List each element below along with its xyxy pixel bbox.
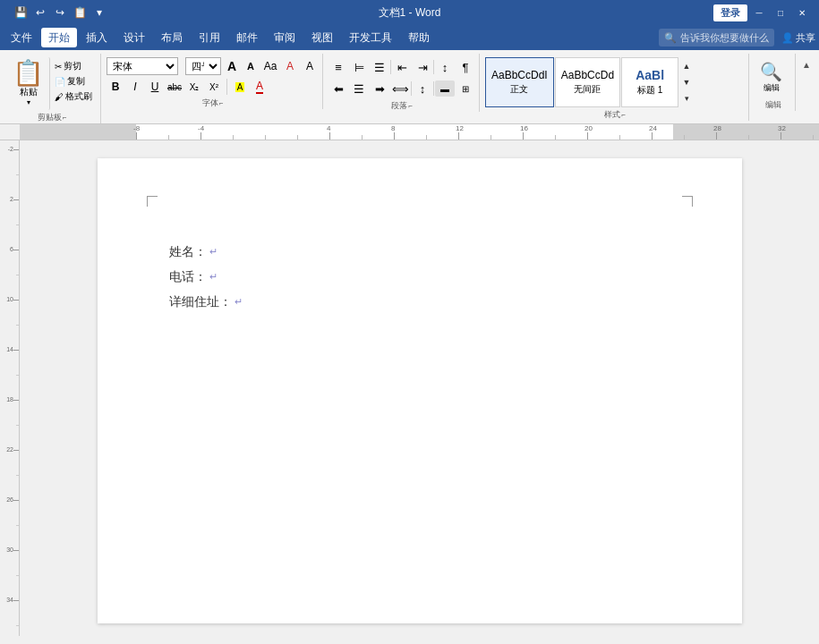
editing-group: 🔍 编辑 编辑 (751, 54, 796, 111)
para-sep3 (411, 81, 412, 96)
menu-insert[interactable]: 插入 (79, 28, 115, 47)
font-label: 字体 ⌐ (107, 96, 319, 109)
text-effect-button[interactable]: A (301, 57, 319, 75)
corner-top-right (682, 196, 693, 207)
page[interactable]: 姓名： ↵ 电话： ↵ 详细住址： ↵ (98, 158, 742, 623)
ruler-ticks: -8-44812162024283236404448 (20, 124, 819, 140)
login-button[interactable]: 登录 (713, 4, 747, 21)
border-button[interactable]: ⊞ (456, 79, 475, 98)
qat-redo-button[interactable]: ↪ (52, 4, 68, 21)
font-color-icon: A (256, 80, 263, 94)
increase-indent-button[interactable]: ⇥ (413, 57, 432, 77)
underline-button[interactable]: U (146, 78, 164, 96)
clear-format-button[interactable]: A (281, 57, 299, 75)
menu-view[interactable]: 视图 (304, 28, 340, 47)
share-button[interactable]: 👤 共享 (781, 31, 815, 45)
decrease-font-button[interactable]: A (242, 57, 260, 75)
cut-button[interactable]: ✂ 剪切 (52, 59, 95, 73)
menu-mail[interactable]: 邮件 (229, 28, 265, 47)
paragraph-group: ≡ ⊨ ☰ ⇤ ⇥ ↕ ¶ ⬅ ☰ (325, 54, 480, 112)
paste-label: 粘贴 (20, 86, 38, 98)
align-right-button[interactable]: ➡ (370, 79, 389, 98)
bold-button[interactable]: B (107, 78, 124, 96)
style-normal[interactable]: AaBbCcDdI 正文 (485, 57, 554, 107)
phone-line[interactable]: 电话： ↵ (169, 264, 670, 289)
styles-expand-icon[interactable]: ⌐ (621, 111, 626, 119)
menu-dev[interactable]: 开发工具 (342, 28, 399, 47)
justify-button[interactable]: ⟺ (390, 79, 410, 98)
ribbon-collapse-button[interactable]: ▲ (799, 57, 814, 72)
style-scroll-up[interactable]: ▲ (679, 58, 694, 74)
subscript-button[interactable]: X₂ (185, 78, 203, 96)
para-expand-icon[interactable]: ⌐ (408, 102, 413, 110)
paste-button[interactable]: 📋 粘贴 ▾ (7, 57, 50, 110)
font-row2: B I U abc X₂ X² A A (107, 78, 319, 96)
minimize-button[interactable]: ─ (749, 3, 769, 22)
strikethrough-button[interactable]: abc (166, 78, 183, 96)
document-area[interactable]: 姓名： ↵ 电话： ↵ 详细住址： ↵ (20, 140, 819, 636)
increase-font-button[interactable]: A (223, 57, 241, 75)
multilevel-list-button[interactable]: ☰ (370, 57, 389, 77)
qat-touch-button[interactable]: 📋 (72, 4, 88, 21)
superscript-button[interactable]: X² (205, 78, 223, 96)
clipboard-inner: 📋 粘贴 ▾ ✂ 剪切 📄 复制 (7, 57, 97, 110)
ordered-list-button[interactable]: ⊨ (349, 57, 369, 77)
close-button[interactable]: ✕ (792, 3, 812, 22)
paste-arrow[interactable]: ▾ (27, 98, 30, 106)
show-marks-button[interactable]: ¶ (456, 57, 475, 77)
ribbon-collapse: ▲ (798, 54, 815, 75)
change-case-button[interactable]: Aa (261, 57, 279, 75)
style-heading1-label: 标题 1 (637, 84, 662, 97)
menu-review[interactable]: 审阅 (267, 28, 303, 47)
style-heading1[interactable]: AaBl 标题 1 (621, 57, 678, 107)
style-more[interactable]: ▾ (679, 90, 694, 106)
name-para-mark: ↵ (209, 242, 218, 261)
find-replace-button[interactable]: 🔍 编辑 (755, 57, 788, 97)
font-name-select[interactable]: 宋体 (107, 57, 178, 75)
restore-button[interactable]: □ (771, 3, 790, 22)
qat-save-button[interactable]: 💾 (13, 4, 29, 21)
font-size-select[interactable]: 四号 (185, 57, 221, 75)
clipboard-small-btns: ✂ 剪切 📄 复制 🖌 格式刷 (50, 57, 97, 110)
copy-button[interactable]: 📄 复制 (52, 74, 95, 89)
qat-more-button[interactable]: ▾ (91, 4, 107, 21)
italic-button[interactable]: I (126, 78, 144, 96)
shading-button[interactable]: ▬ (435, 80, 455, 97)
menu-help[interactable]: 帮助 (401, 28, 437, 47)
search-icon: 🔍 (664, 32, 677, 44)
font-color-button[interactable]: A (251, 78, 269, 96)
sort-button[interactable]: ↕ (435, 57, 455, 77)
qat-undo-button[interactable]: ↩ (32, 4, 48, 21)
font-sep (226, 79, 227, 95)
align-center-button[interactable]: ☰ (349, 79, 369, 98)
decrease-indent-button[interactable]: ⇤ (392, 57, 412, 77)
menu-layout[interactable]: 布局 (154, 28, 190, 47)
clipboard-expand-icon[interactable]: ⌐ (63, 114, 67, 122)
address-line[interactable]: 详细住址： ↵ (169, 289, 670, 314)
name-line[interactable]: 姓名： ↵ (169, 239, 670, 264)
highlight-button[interactable]: A (231, 78, 249, 96)
menu-refs[interactable]: 引用 (192, 28, 227, 47)
style-scroll-buttons: ▲ ▼ ▾ (679, 58, 694, 106)
search-box[interactable]: 🔍 告诉我你想要做什么 (659, 29, 774, 47)
line-spacing-button[interactable]: ↕ (413, 79, 432, 98)
para-controls: ≡ ⊨ ☰ ⇤ ⇥ ↕ ¶ ⬅ ☰ (328, 57, 475, 98)
menu-design[interactable]: 设计 (116, 28, 152, 47)
style-no-spacing[interactable]: AaBbCcDd 无间距 (555, 57, 620, 107)
font-expand-icon[interactable]: ⌐ (219, 99, 224, 107)
font-controls: 宋体 四号 A A Aa A A (107, 57, 319, 96)
unordered-list-button[interactable]: ≡ (328, 57, 348, 77)
format-painter-button[interactable]: 🖌 格式刷 (52, 89, 95, 104)
styles-panel: AaBbCcDdI 正文 AaBbCcDd 无间距 AaBl 标题 1 ▲ ▼ (485, 57, 694, 107)
editing-label: 编辑 (755, 97, 791, 111)
menu-right: 🔍 告诉我你想要做什么 👤 共享 (659, 29, 815, 47)
menu-home[interactable]: 开始 (41, 28, 77, 47)
align-left-button[interactable]: ⬅ (328, 79, 348, 98)
style-scroll-down[interactable]: ▼ (679, 74, 694, 90)
styles-content: AaBbCcDdI 正文 AaBbCcDd 无间距 AaBl 标题 1 ▲ ▼ (485, 57, 745, 107)
title-bar: 💾 ↩ ↪ 📋 ▾ 文档1 - Word 登录 ─ □ ✕ (0, 0, 819, 25)
style-no-spacing-preview: AaBbCcDd (561, 69, 614, 81)
style-heading1-preview: AaBl (636, 68, 664, 82)
paste-icon: 📋 (13, 61, 44, 86)
menu-file[interactable]: 文件 (4, 28, 39, 47)
